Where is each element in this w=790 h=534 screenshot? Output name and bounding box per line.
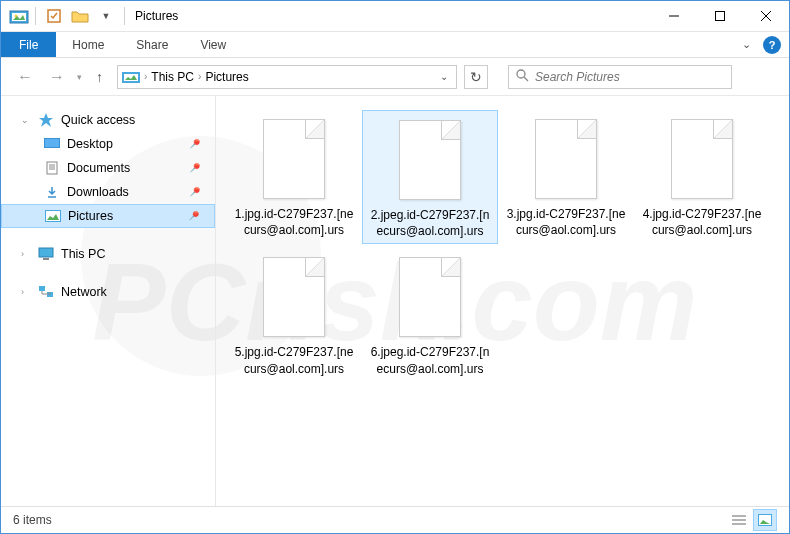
downloads-icon	[43, 184, 61, 200]
status-bar: 6 items	[1, 506, 789, 532]
sidebar-item-label: This PC	[61, 247, 105, 261]
forward-button[interactable]: →	[45, 66, 69, 88]
file-item[interactable]: 1.jpg.id-C279F237.[necurs@aol.com].urs	[226, 110, 362, 244]
minimize-button[interactable]	[651, 1, 697, 31]
sidebar-item-label: Desktop	[67, 137, 113, 151]
file-item[interactable]: 3.jpg.id-C279F237.[necurs@aol.com].urs	[498, 110, 634, 244]
svg-rect-5	[716, 12, 725, 21]
tab-home[interactable]: Home	[56, 32, 120, 57]
file-list[interactable]: 1.jpg.id-C279F237.[necurs@aol.com].urs 2…	[216, 96, 789, 506]
window-controls	[651, 1, 789, 31]
file-thumbnail	[254, 252, 334, 342]
file-thumbnail	[254, 114, 334, 204]
view-toggles	[727, 509, 777, 531]
quick-access-root[interactable]: ⌄ Quick access	[1, 108, 215, 132]
pictures-icon	[44, 208, 62, 224]
file-name-label: 6.jpeg.id-C279F237.[necurs@aol.com].urs	[366, 344, 494, 376]
separator	[124, 7, 125, 25]
chevron-down-icon[interactable]: ⌄	[21, 115, 31, 125]
chevron-right-icon[interactable]: ›	[21, 249, 31, 259]
file-name-label: 5.jpg.id-C279F237.[necurs@aol.com].urs	[230, 344, 358, 376]
sidebar-item-downloads[interactable]: Downloads 📍	[1, 180, 215, 204]
blank-document-icon	[263, 119, 325, 199]
file-name-label: 3.jpg.id-C279F237.[necurs@aol.com].urs	[502, 206, 630, 238]
sidebar-item-label: Documents	[67, 161, 130, 175]
item-count: 6 items	[13, 513, 52, 527]
pin-icon: 📍	[184, 134, 203, 153]
blank-document-icon	[399, 120, 461, 200]
titlebar: ▼ Pictures	[1, 1, 789, 32]
details-view-button[interactable]	[727, 509, 751, 531]
ribbon-right: ⌄ ?	[742, 32, 789, 57]
svg-rect-21	[39, 248, 53, 257]
sidebar-item-documents[interactable]: Documents 📍	[1, 156, 215, 180]
sidebar-item-pictures[interactable]: Pictures 📍	[1, 204, 215, 228]
file-name-label: 1.jpg.id-C279F237.[necurs@aol.com].urs	[230, 206, 358, 238]
pictures-folder-icon	[9, 6, 29, 26]
titlebar-left: ▼ Pictures	[1, 5, 178, 27]
file-item[interactable]: 5.jpg.id-C279F237.[necurs@aol.com].urs	[226, 248, 362, 380]
file-thumbnail	[526, 114, 606, 204]
tab-view[interactable]: View	[184, 32, 242, 57]
pin-icon: 📍	[184, 182, 203, 201]
window-title: Pictures	[135, 9, 178, 23]
file-name-label: 4.jpg.id-C279F237.[necurs@aol.com].urs	[638, 206, 766, 238]
svg-rect-23	[39, 286, 45, 291]
sidebar-item-label: Network	[61, 285, 107, 299]
tab-share[interactable]: Share	[120, 32, 184, 57]
network-icon	[37, 284, 55, 300]
blank-document-icon	[671, 119, 733, 199]
close-button[interactable]	[743, 1, 789, 31]
file-item[interactable]: 6.jpeg.id-C279F237.[necurs@aol.com].urs	[362, 248, 498, 380]
ribbon-tabs: File Home Share View ⌄ ?	[1, 32, 789, 58]
qat-properties[interactable]	[42, 5, 66, 27]
svg-rect-13	[45, 139, 59, 147]
pin-icon: 📍	[184, 158, 203, 177]
pictures-icon	[122, 70, 140, 84]
breadcrumb-sep[interactable]: ›	[198, 71, 201, 82]
search-input[interactable]	[535, 70, 725, 84]
breadcrumb-pictures[interactable]: Pictures	[205, 70, 248, 84]
qat-new-folder[interactable]	[68, 5, 92, 27]
blank-document-icon	[263, 257, 325, 337]
help-icon[interactable]: ?	[763, 36, 781, 54]
this-pc-section: › This PC	[1, 242, 215, 266]
desktop-icon	[43, 136, 61, 152]
svg-point-10	[517, 70, 525, 78]
sidebar-item-desktop[interactable]: Desktop 📍	[1, 132, 215, 156]
breadcrumb-sep[interactable]: ›	[144, 71, 147, 82]
sidebar-item-network[interactable]: › Network	[1, 280, 215, 304]
navigation-bar: ← → ▾ ↑ › This PC › Pictures ⌄ ↻	[1, 58, 789, 96]
pin-icon: 📍	[183, 206, 202, 225]
file-tab[interactable]: File	[1, 32, 56, 57]
ribbon-expand-icon[interactable]: ⌄	[742, 38, 751, 51]
sidebar-item-this-pc[interactable]: › This PC	[1, 242, 215, 266]
blank-document-icon	[535, 119, 597, 199]
up-button[interactable]: ↑	[90, 67, 109, 87]
main-area: PCrisk.com ⌄ Quick access Desktop 📍 Docu…	[1, 96, 789, 506]
file-item[interactable]: 4.jpg.id-C279F237.[necurs@aol.com].urs	[634, 110, 770, 244]
file-name-label: 2.jpeg.id-C279F237.[necurs@aol.com].urs	[367, 207, 493, 239]
sidebar-item-label: Pictures	[68, 209, 113, 223]
file-item[interactable]: 2.jpeg.id-C279F237.[necurs@aol.com].urs	[362, 110, 498, 244]
quick-access-label: Quick access	[61, 113, 135, 127]
thumbnails-view-button[interactable]	[753, 509, 777, 531]
file-thumbnail	[390, 115, 470, 205]
address-bar[interactable]: › This PC › Pictures ⌄	[117, 65, 457, 89]
sidebar-item-label: Downloads	[67, 185, 129, 199]
svg-rect-14	[47, 162, 57, 174]
separator	[35, 7, 36, 25]
nav-arrows: ← → ▾ ↑	[13, 66, 109, 88]
quick-access-section: ⌄ Quick access Desktop 📍 Documents 📍 Dow…	[1, 108, 215, 228]
back-button[interactable]: ←	[13, 66, 37, 88]
refresh-button[interactable]: ↻	[464, 65, 488, 89]
address-history-dropdown[interactable]: ⌄	[436, 71, 452, 82]
search-icon	[515, 68, 529, 86]
breadcrumb-this-pc[interactable]: This PC	[151, 70, 194, 84]
chevron-right-icon[interactable]: ›	[21, 287, 31, 297]
recent-locations-dropdown[interactable]: ▾	[77, 72, 82, 82]
file-thumbnail	[662, 114, 742, 204]
qat-customize-dropdown[interactable]: ▼	[94, 5, 118, 27]
maximize-button[interactable]	[697, 1, 743, 31]
search-box[interactable]	[508, 65, 732, 89]
